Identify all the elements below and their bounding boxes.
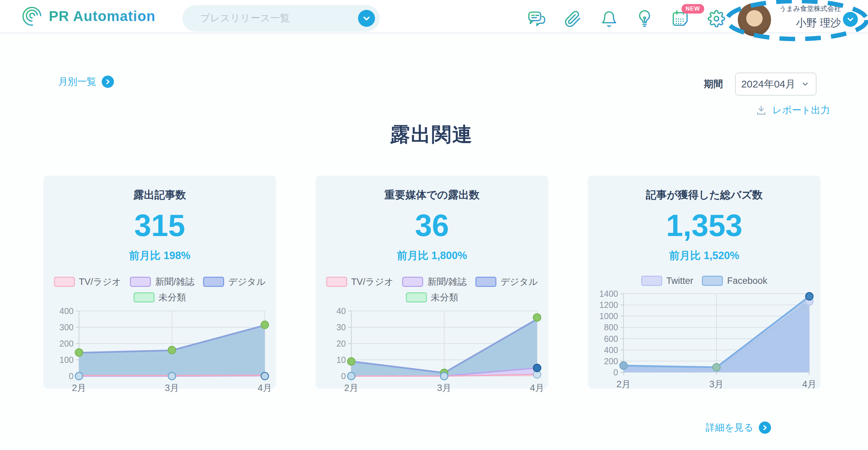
period-select[interactable]: 2024年04月 [735,73,816,96]
card-title: 記事が獲得した総バズ数 [588,188,821,202]
legend-item[interactable]: TV/ラジオ [326,276,394,288]
download-icon [755,104,767,116]
chat-icon[interactable] [526,8,547,29]
paperclip-icon[interactable] [562,8,583,29]
see-details-link[interactable]: 詳細を見る [706,421,771,434]
svg-text:4月: 4月 [802,379,816,389]
lightbulb-icon[interactable] [634,8,655,29]
svg-text:30: 30 [336,322,346,332]
user-name: 小野 理沙 [770,16,841,30]
chevron-down-icon[interactable] [358,10,375,27]
legend-swatch [406,292,427,302]
bell-icon[interactable] [598,8,619,29]
legend-label: デジタル [500,276,538,288]
legend-swatch [326,277,347,287]
card-value: 315 [43,210,276,242]
period-label: 期間 [704,78,723,91]
legend-swatch [130,277,151,287]
legend-label: 新聞/雑誌 [155,276,194,288]
chart-legend: TV/ラジオ新聞/雑誌デジタル未分類 [320,276,544,304]
svg-text:600: 600 [604,334,618,343]
legend-item[interactable]: Twitter [641,276,693,286]
svg-text:2月: 2月 [72,383,86,393]
legend-item[interactable]: Facebook [702,276,767,286]
brand-name: PR Automation [49,8,156,24]
card-title: 露出記事数 [43,188,276,202]
svg-text:3月: 3月 [437,383,451,393]
header-icon-bar: NEW [526,8,727,29]
chart-legend: TwitterFacebook [592,276,816,286]
report-export-link[interactable]: レポート出力 [755,104,830,117]
period-value: 2024年04月 [736,77,801,91]
svg-text:10: 10 [336,355,346,365]
see-details-label: 詳細を見る [706,421,753,434]
svg-text:200: 200 [604,356,618,366]
card-comparison: 前月比 1,800% [316,249,548,263]
user-info[interactable]: うまみ食堂株式会社 小野 理沙 [770,4,841,30]
legend-item[interactable]: デジタル [475,276,538,288]
dashboard-page: PR Automation プレスリリース一覧 [0,0,868,450]
gear-icon[interactable] [706,8,727,29]
chevron-right-icon [102,76,114,88]
svg-text:200: 200 [59,339,74,348]
legend-swatch [402,277,423,287]
metric-cards: 露出記事数 315 前月比 198% TV/ラジオ新聞/雑誌デジタル未分類 01… [43,176,821,389]
legend-item[interactable]: TV/ラジオ [54,276,121,288]
legend-swatch [702,276,723,286]
chevron-right-icon [759,422,771,434]
area-chart-exposure-articles[interactable]: 01002003004002月3月4月 [48,306,272,395]
svg-text:40: 40 [336,306,346,316]
legend-swatch [54,277,75,287]
card-value: 36 [316,210,548,242]
card-comparison: 前月比 1,520% [588,249,821,263]
svg-text:1000: 1000 [599,311,618,321]
svg-text:20: 20 [336,339,346,348]
legend-item[interactable]: 未分類 [134,291,186,304]
user-menu-chevron-down-icon[interactable] [843,12,858,27]
legend-item[interactable]: 新聞/雑誌 [402,276,467,288]
legend-label: 新聞/雑誌 [427,276,467,288]
svg-text:800: 800 [604,322,618,332]
metric-card-exposure-articles: 露出記事数 315 前月比 198% TV/ラジオ新聞/雑誌デジタル未分類 01… [43,176,276,389]
legend-swatch [134,292,155,302]
legend-swatch [475,277,496,287]
area-chart-key-media[interactable]: 0102030402月3月4月 [320,306,544,395]
legend-label: 未分類 [159,291,186,304]
area-chart-total-buzz[interactable]: 02004006008001000120014002月3月4月 [592,289,816,391]
report-export-label: レポート出力 [772,104,830,117]
metric-card-total-buzz: 記事が獲得した総バズ数 1,353 前月比 1,520% TwitterFace… [588,176,821,389]
calendar-icon[interactable]: NEW [670,8,691,29]
brand-logo[interactable]: PR Automation [21,5,156,27]
avatar[interactable] [738,3,771,36]
legend-item[interactable]: デジタル [203,276,266,288]
legend-label: 未分類 [431,291,458,304]
svg-text:3月: 3月 [709,379,724,389]
svg-text:400: 400 [59,306,74,316]
legend-label: デジタル [228,276,266,288]
card-comparison: 前月比 198% [43,249,276,263]
svg-text:0: 0 [613,368,618,377]
svg-text:400: 400 [604,345,618,354]
legend-label: TV/ラジオ [351,276,394,288]
press-release-dropdown[interactable]: プレスリリース一覧 [182,5,380,32]
svg-text:2月: 2月 [344,383,358,393]
card-title: 重要媒体での露出数 [316,188,548,202]
user-company: うまみ食堂株式会社 [770,4,841,13]
legend-swatch [641,276,662,286]
legend-swatch [203,277,224,287]
svg-text:4月: 4月 [258,383,272,393]
monthly-list-link[interactable]: 月別一覧 [58,75,114,88]
card-value: 1,353 [588,210,821,242]
legend-label: Facebook [727,276,767,286]
chart-legend: TV/ラジオ新聞/雑誌デジタル未分類 [48,276,272,304]
legend-label: Twitter [666,276,693,286]
legend-item[interactable]: 未分類 [406,291,458,304]
svg-text:4月: 4月 [530,383,544,393]
period-control: 期間 2024年04月 [704,73,816,96]
legend-item[interactable]: 新聞/雑誌 [130,276,194,288]
svg-text:2月: 2月 [616,379,631,389]
chevron-down-icon [801,80,810,89]
svg-text:1200: 1200 [599,300,618,310]
metric-card-key-media: 重要媒体での露出数 36 前月比 1,800% TV/ラジオ新聞/雑誌デジタル未… [316,176,548,389]
svg-text:100: 100 [59,355,74,365]
